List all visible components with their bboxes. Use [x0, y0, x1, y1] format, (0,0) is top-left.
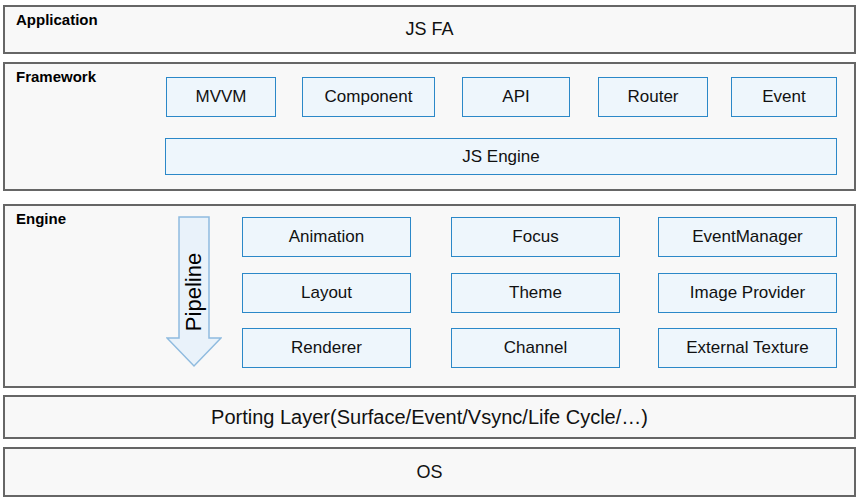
box-layout: Layout — [242, 273, 411, 313]
porting-layer-title: Porting Layer(Surface/Event/Vsync/Life C… — [5, 397, 854, 437]
box-mvvm: MVVM — [166, 77, 276, 117]
box-animation: Animation — [242, 217, 411, 257]
porting-layer: Porting Layer(Surface/Event/Vsync/Life C… — [3, 395, 856, 439]
framework-layer-label: Framework — [16, 68, 96, 85]
box-component: Component — [302, 77, 435, 117]
box-eventmanager: EventManager — [658, 217, 837, 257]
box-event: Event — [731, 77, 837, 117]
box-image-provider: Image Provider — [658, 273, 837, 313]
box-router: Router — [598, 77, 708, 117]
box-renderer: Renderer — [242, 328, 411, 368]
engine-layer-label: Engine — [16, 210, 66, 227]
os-layer: OS — [3, 447, 856, 497]
os-layer-title: OS — [5, 449, 854, 495]
pipeline-arrow: Pipeline — [166, 216, 222, 368]
architecture-diagram: Application JS FA Framework MVVM Compone… — [0, 0, 859, 502]
box-focus: Focus — [451, 217, 620, 257]
framework-layer: Framework MVVM Component API Router Even… — [3, 62, 856, 191]
box-js-engine: JS Engine — [165, 138, 837, 175]
box-api: API — [462, 77, 570, 117]
application-layer: Application JS FA — [3, 5, 856, 54]
box-channel: Channel — [451, 328, 620, 368]
box-external-texture: External Texture — [658, 328, 837, 368]
application-title: JS FA — [5, 7, 854, 52]
box-theme: Theme — [451, 273, 620, 313]
engine-layer: Engine Pipeline Animation Layout Rendere… — [3, 204, 856, 388]
